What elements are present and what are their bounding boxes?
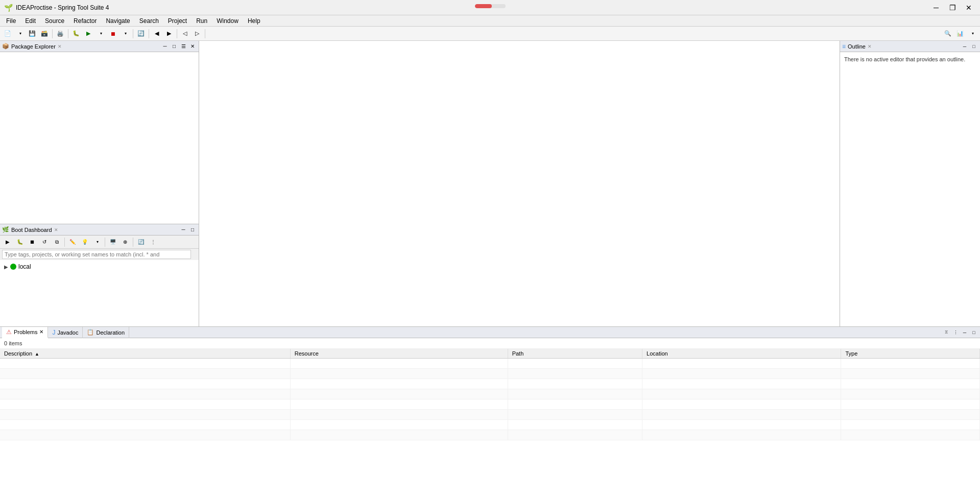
toolbar-run-button[interactable]: ▶ [83, 28, 94, 39]
table-row [0, 410, 980, 420]
bd-sep-1 [64, 238, 65, 247]
toolbar-search-button[interactable]: 🔍 [942, 28, 953, 39]
problems-count: 0 items [0, 338, 980, 349]
toolbar-next-edit-button[interactable]: ▶ [163, 28, 175, 39]
package-explorer: 📦 Package Explorer ✕ ─ □ ☰ ✕ [0, 41, 199, 224]
boot-maximize-btn[interactable]: □ [188, 226, 197, 234]
toolbar-sep-6 [205, 29, 205, 38]
col-type[interactable]: Type [841, 349, 980, 359]
bd-bulb-btn[interactable]: 💡 [79, 237, 90, 248]
menu-help[interactable]: Help [244, 16, 265, 26]
toolbar-new-dropdown[interactable]: ▾ [14, 28, 26, 39]
col-resource[interactable]: Resource [290, 349, 508, 359]
menu-window[interactable]: Window [212, 16, 243, 26]
toolbar-perspective-button[interactable]: 📊 [954, 28, 966, 39]
tab-declaration[interactable]: 📋 Declaration [83, 327, 129, 338]
toolbar: 📄 ▾ 💾 🗃️ 🖨️ 🐛 ▶ ▾ ⏹ ▾ 🔄 ◀ ▶ ◁ ▷ 🔍 📊 ▾ [0, 27, 980, 41]
problems-maximize-btn[interactable]: □ [970, 328, 978, 337]
table-row [0, 399, 980, 410]
table-header-row: Description ▲ Resource Path Location [0, 349, 980, 359]
toolbar-save-all-button[interactable]: 🗃️ [39, 28, 50, 39]
menu-edit[interactable]: Edit [21, 16, 40, 26]
toolbar-sep-1 [52, 29, 53, 38]
toolbar-prev-button[interactable]: ◁ [179, 28, 190, 39]
progress-bar-container [475, 4, 506, 8]
pkg-close-btn[interactable]: ✕ [188, 42, 197, 51]
col-location-label: Location [647, 350, 668, 357]
toolbar-prev-edit-button[interactable]: ◀ [151, 28, 162, 39]
col-path[interactable]: Path [508, 349, 642, 359]
toolbar-run-dropdown[interactable]: ▾ [95, 28, 106, 39]
outline-header-right[interactable]: ─ □ [961, 42, 978, 51]
bd-start-debug-btn[interactable]: 🐛 [14, 237, 26, 248]
bd-stop-btn[interactable]: ⏹ [27, 237, 38, 248]
package-explorer-header-left: 📦 Package Explorer ✕ [2, 43, 62, 50]
bd-edit-btn[interactable]: ✏️ [67, 237, 78, 248]
problems-filter-btn[interactable]: ⧖ [942, 328, 950, 337]
title-bar: 🌱 IDEAProctise - Spring Tool Suite 4 ─ ❐… [0, 0, 980, 15]
bd-duplicate-btn[interactable]: ⧉ [51, 237, 62, 248]
menu-run[interactable]: Run [192, 16, 211, 26]
minimize-button[interactable]: ─ [929, 3, 943, 13]
boot-minimize-btn[interactable]: ─ [179, 226, 187, 234]
bd-restart-btn[interactable]: ↺ [39, 237, 50, 248]
tab-problems[interactable]: ⚠ Problems ✕ [2, 327, 48, 338]
col-description[interactable]: Description ▲ [0, 349, 290, 359]
problems-minimize-btn[interactable]: ─ [961, 328, 969, 337]
toolbar-save-button[interactable]: 💾 [27, 28, 38, 39]
bottom-area: ⚠ Problems ✕ J Javadoc 📋 Declaration ⧖ [0, 326, 980, 495]
pkg-maximize-btn[interactable]: □ [170, 42, 178, 51]
editor-area [199, 41, 840, 326]
package-explorer-header-right[interactable]: ─ □ ☰ ✕ [161, 42, 197, 51]
outline-minimize-btn[interactable]: ─ [961, 42, 969, 51]
toolbar-new-button[interactable]: 📄 [2, 28, 13, 39]
menu-refactor[interactable]: Refactor [69, 16, 101, 26]
bd-start-btn[interactable]: ▶ [2, 237, 13, 248]
toolbar-sep-2 [68, 29, 68, 38]
boot-dashboard-header-right[interactable]: ─ □ [179, 226, 197, 234]
problems-table: Description ▲ Resource Path Location [0, 349, 980, 495]
title-bar-controls[interactable]: ─ ❐ ✕ [929, 3, 976, 13]
menu-navigate[interactable]: Navigate [102, 16, 134, 26]
tab-javadoc[interactable]: J Javadoc [48, 327, 83, 338]
problems-menu-btn[interactable]: ⋮ [951, 328, 960, 337]
restore-button[interactable]: ❐ [945, 3, 960, 13]
pkg-minimize-btn[interactable]: ─ [161, 42, 169, 51]
upper-area: 📦 Package Explorer ✕ ─ □ ☰ ✕ [0, 41, 980, 326]
javadoc-tab-label: Javadoc [57, 329, 78, 336]
bd-refresh-btn[interactable]: 🔄 [135, 237, 147, 248]
bd-target-btn[interactable]: ⊕ [119, 237, 131, 248]
bd-local-btn[interactable]: 🖥️ [107, 237, 118, 248]
toolbar-next-button[interactable]: ▷ [192, 28, 203, 39]
problems-tbody [0, 359, 980, 440]
problems-tab-close[interactable]: ✕ [39, 329, 43, 335]
menu-project[interactable]: Project [164, 16, 191, 26]
pkg-menu-btn[interactable]: ☰ [179, 42, 187, 51]
col-description-label: Description [4, 350, 32, 357]
outline-maximize-btn[interactable]: □ [970, 42, 978, 51]
toolbar-refresh-button[interactable]: 🔄 [135, 28, 147, 39]
bottom-panel-right[interactable]: ⧖ ⋮ ─ □ [942, 328, 978, 337]
boot-dashboard-icon: 🌿 [2, 226, 9, 233]
col-type-label: Type [845, 350, 857, 357]
close-button[interactable]: ✕ [962, 3, 976, 13]
table-row [0, 389, 980, 399]
boot-dashboard-search-input[interactable] [2, 250, 191, 259]
package-explorer-content [0, 52, 199, 224]
toolbar-debug-button[interactable]: 🐛 [70, 28, 82, 39]
declaration-tab-icon: 📋 [87, 329, 94, 336]
toolbar-print-button[interactable]: 🖨️ [55, 28, 66, 39]
menu-file[interactable]: File [2, 16, 20, 26]
col-location[interactable]: Location [642, 349, 841, 359]
bd-more-btn[interactable]: ⋮ [148, 237, 159, 248]
progress-bar [475, 4, 506, 8]
menu-source[interactable]: Source [41, 16, 68, 26]
javadoc-tab-icon: J [52, 329, 55, 336]
bd-tree-local[interactable]: ▶ local [2, 262, 197, 271]
toolbar-stop-button[interactable]: ⏹ [107, 28, 118, 39]
problems-data-table: Description ▲ Resource Path Location [0, 349, 980, 440]
menu-search[interactable]: Search [135, 16, 163, 26]
toolbar-stop-dropdown[interactable]: ▾ [119, 28, 131, 39]
bd-bulb-dropdown[interactable]: ▾ [91, 237, 103, 248]
toolbar-perspective-dropdown[interactable]: ▾ [967, 28, 978, 39]
